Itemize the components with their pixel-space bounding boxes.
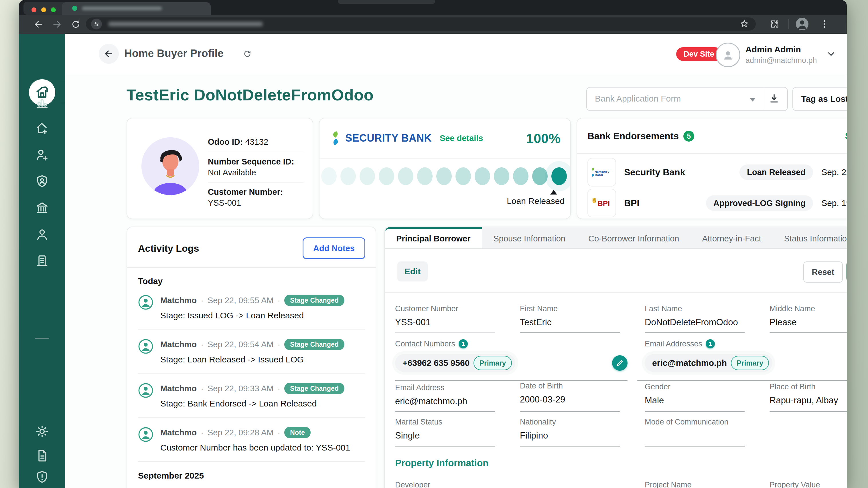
tab-status-information[interactable]: Status Information: [773, 227, 847, 248]
activity-title: Activity Logs: [138, 243, 199, 254]
progress-step-dot: [360, 167, 375, 185]
browser-tab[interactable]: [62, 2, 211, 15]
edit-button[interactable]: Edit: [397, 261, 428, 282]
activity-type-badge: Stage Changed: [284, 383, 344, 394]
url-omnibox[interactable]: [86, 18, 756, 31]
add-notes-button[interactable]: Add Notes: [303, 237, 365, 259]
site-settings-icon[interactable]: [91, 19, 102, 29]
add-notes-label: Add Notes: [313, 244, 355, 253]
bank-endorsements-card: Bank Endorsements 5 See All SECURITYBANK…: [577, 118, 847, 219]
activity-type-badge: Stage Changed: [284, 295, 344, 306]
security-bank-logo-icon: SECURITYBANK: [590, 164, 613, 181]
extensions-icon[interactable]: [770, 19, 780, 29]
sidebar-item-office[interactable]: [32, 251, 52, 270]
field-label: Customer Number: [395, 304, 509, 313]
gear-icon: [35, 424, 50, 439]
activity-entry-content: Matchmo·Sep 22, 09:54 AM·Stage ChangedSt…: [160, 339, 365, 364]
field-label-row: Contact Numbers 1: [395, 339, 567, 349]
progress-percent: 100%: [526, 130, 561, 146]
user-avatar[interactable]: [716, 43, 740, 67]
activity-header: Activity Logs Add Notes: [138, 238, 365, 259]
user-menu-chevron-down-icon[interactable]: [826, 49, 836, 59]
activity-avatar-icon: [138, 295, 153, 310]
card-divider: [385, 292, 847, 293]
field-value[interactable]: YSS-001: [395, 317, 509, 328]
field-value[interactable]: [645, 430, 759, 441]
tab-label: Spouse Information: [493, 234, 565, 243]
field-underline: [645, 411, 745, 412]
field-marital-status: Marital Status Single: [395, 418, 509, 441]
sidebar-item-person[interactable]: [32, 225, 52, 244]
sidebar-item-shield-person[interactable]: [32, 172, 52, 191]
tab-spouse-information[interactable]: Spouse Information: [482, 227, 577, 248]
forward-icon[interactable]: [52, 20, 62, 29]
stage-marker-triangle-icon: [550, 190, 557, 195]
main-content: TestEric DoNotDeleteFromOdoo Bank Applic…: [65, 74, 847, 488]
close-window-button[interactable]: [31, 7, 36, 12]
url-text-redacted: [108, 22, 263, 26]
zoom-window-button[interactable]: [51, 7, 56, 12]
back-icon[interactable]: [34, 20, 43, 29]
contact-number-chip[interactable]: +63962 635 9560 Primary: [395, 354, 515, 372]
see-all-link[interactable]: See All: [845, 131, 847, 141]
sidebar-item-shield-alert[interactable]: [32, 467, 52, 487]
field-value[interactable]: TestEric: [520, 317, 634, 328]
download-icon[interactable]: [768, 93, 780, 104]
endorsement-bank-name: BPI: [624, 198, 639, 208]
sidebar-item-home-add[interactable]: [32, 119, 52, 138]
tab-co-borrower-information[interactable]: Co-Borrower Information: [577, 227, 691, 248]
minimize-window-button[interactable]: [41, 7, 46, 12]
bookmark-star-icon[interactable]: [739, 19, 749, 29]
field-label: Contact Numbers: [395, 339, 455, 349]
field-value[interactable]: Rapu-rapu, Albay: [770, 395, 847, 405]
field-value[interactable]: Single: [395, 430, 509, 441]
field-value[interactable]: Male: [645, 395, 759, 405]
sidebar-item-document[interactable]: [32, 446, 52, 465]
card-divider: [127, 267, 376, 268]
activity-entry-meta: Matchmo·Sep 22, 09:28 AM·Note: [160, 427, 365, 438]
reset-button[interactable]: Reset: [803, 261, 843, 283]
shield-person-icon: [35, 174, 50, 189]
field-label: Email Addresses: [645, 339, 702, 349]
user-email: admin@matchmo.ph: [745, 56, 817, 65]
browser-tab-partial[interactable]: [338, 0, 435, 4]
tag-as-lost-button[interactable]: Tag as Lost: [793, 87, 847, 111]
see-details-link[interactable]: See details: [440, 134, 483, 143]
field-value[interactable]: eric@matchmo.ph: [395, 396, 509, 406]
field-value[interactable]: DoNotDeleteFromOdoo: [645, 317, 759, 328]
bank-name: SECURITY BANK: [345, 132, 432, 144]
sidebar-item-person-add[interactable]: [32, 145, 52, 164]
activity-entry-content: Matchmo·Sep 22, 09:33 AM·Stage ChangedSt…: [160, 383, 365, 409]
endorsement-date: Sep. 19, 2025: [813, 198, 847, 208]
email-address-chip[interactable]: eric@matchmo.ph Primary: [645, 354, 772, 372]
field-label: Project Name: [645, 481, 759, 488]
sidebar-item-bank[interactable]: [32, 198, 52, 218]
field-label: Developer: [395, 481, 509, 488]
document-icon: [35, 448, 50, 463]
field-place-of-birth: Place of Birth Rapu-rapu, Albay: [770, 383, 847, 405]
reload-icon[interactable]: [71, 20, 81, 29]
browser-menu-icon[interactable]: [819, 19, 830, 29]
save-button[interactable]: Save: [846, 261, 847, 282]
field-gender: Gender Male: [645, 383, 759, 405]
activity-entry: Matchmo·Sep 22, 09:54 AM·Stage ChangedSt…: [138, 339, 365, 373]
sidebar-item-gear[interactable]: [32, 422, 52, 441]
tab-principal-borrower[interactable]: Principal Borrower: [385, 227, 482, 248]
document-select[interactable]: Bank Application Form: [586, 87, 788, 111]
tab-attorney-in-fact[interactable]: Attorney-in-Fact: [690, 227, 772, 248]
field-value[interactable]: 2000-03-29: [520, 394, 634, 405]
endorsement-row[interactable]: BPIBPIApproved-LOG SigningSep. 19, 2025: [587, 189, 847, 218]
field-underline: [520, 332, 620, 333]
field-value[interactable]: Please: [770, 317, 847, 328]
endorsement-bank-name: Security Bank: [624, 167, 685, 177]
browser-profile-avatar[interactable]: [796, 18, 808, 30]
endorsement-row[interactable]: SECURITYBANKSecurity BankLoan ReleasedSe…: [587, 158, 847, 187]
sidebar-item-bar-chart[interactable]: [32, 93, 52, 112]
endorsements-title: Bank Endorsements: [587, 131, 679, 141]
field-label: Email Address: [395, 383, 509, 392]
refresh-icon[interactable]: [243, 49, 252, 58]
back-button[interactable]: [99, 44, 119, 64]
field-value[interactable]: Filipino: [520, 430, 634, 441]
person-add-icon: [35, 147, 50, 162]
edit-contact-button[interactable]: [612, 355, 627, 371]
